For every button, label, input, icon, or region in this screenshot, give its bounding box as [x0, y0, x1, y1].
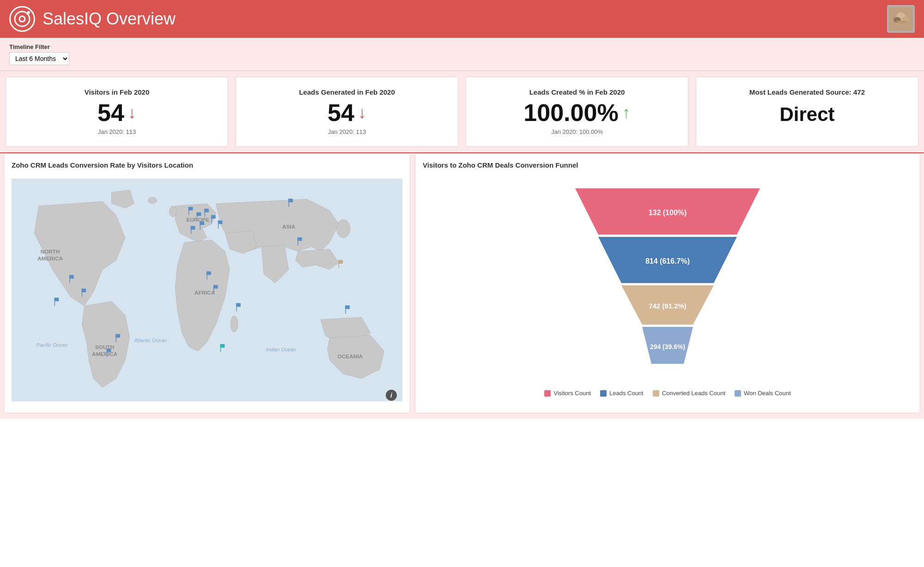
kpi-visitors-number: 54 [97, 101, 124, 125]
kpi-visitors-title: Visitors in Feb 2020 [15, 88, 219, 96]
north-america-label2: AMERICA [37, 255, 63, 262]
legend-visitors-dot [544, 390, 551, 397]
funnel-legend: Visitors Count Leads Count Converted Lea… [544, 390, 790, 397]
kpi-card-leads-pct: Leads Created % in Feb 2020 100.00% ↑ Ja… [466, 77, 688, 147]
kpi-card-source: Most Leads Generated Source: 472 Direct [696, 77, 918, 147]
funnel-container: 132 (100%) 814 (616.7%) 742 (91.2%) 294 … [423, 175, 912, 401]
map-info-icon[interactable]: i [386, 390, 397, 401]
pacific-ocean-label: Pacific Ocean [36, 342, 67, 348]
legend-won-dot [735, 390, 741, 397]
funnel-panel-title: Visitors to Zoho CRM Deals Conversion Fu… [423, 161, 912, 169]
legend-leads-dot [600, 390, 607, 397]
visitors-trend-down-icon: ↓ [128, 104, 136, 121]
leads-trend-down-icon: ↓ [358, 104, 366, 121]
legend-visitors-label: Visitors Count [553, 390, 591, 397]
funnel-label-4: 294 (39.6%) [650, 343, 685, 350]
africa-label: AFRICA [195, 290, 215, 296]
kpi-leads-pct-number: 100.00% [523, 101, 618, 125]
funnel-svg: 132 (100%) 814 (616.7%) 742 (91.2%) 294 … [557, 179, 778, 382]
header-left: SalesIQ Overview [9, 6, 176, 32]
kpi-card-visitors: Visitors in Feb 2020 54 ↓ Jan 2020: 113 [6, 77, 228, 147]
map-panel-title: Zoho CRM Leads Conversion Rate by Visito… [12, 161, 402, 169]
oceania-label: OCEANIA [338, 353, 363, 360]
app-title: SalesIQ Overview [43, 9, 176, 29]
kpi-leads-title: Leads Generated in Feb 2020 [245, 88, 449, 96]
legend-converted-dot [653, 390, 659, 397]
svg-point-3 [27, 11, 30, 14]
kpi-source-title: Most Leads Generated Source: 472 [705, 88, 909, 96]
kpi-row: Visitors in Feb 2020 54 ↓ Jan 2020: 113 … [0, 71, 924, 153]
kpi-leads-value: 54 ↓ [245, 101, 449, 125]
timeline-filter-select[interactable]: Last 6 Months Last 3 Months Last Month L… [9, 52, 69, 65]
filter-label: Timeline Filter [9, 43, 915, 50]
legend-won: Won Deals Count [735, 390, 791, 397]
funnel-label-1: 132 (100%) [649, 209, 687, 217]
legend-won-label: Won Deals Count [744, 390, 791, 397]
svg-point-10 [169, 206, 176, 217]
legend-converted: Converted Leads Count [653, 390, 725, 397]
indian-ocean-label: Indian Ocean [266, 347, 296, 352]
kpi-visitors-sub: Jan 2020: 113 [15, 128, 219, 135]
app-header: SalesIQ Overview [0, 0, 924, 38]
south-america-label2: AMERICA [92, 351, 118, 357]
asia-label: ASIA [282, 223, 296, 230]
svg-point-1 [19, 16, 25, 22]
kpi-leads-pct-title: Leads Created % in Feb 2020 [475, 88, 679, 96]
legend-converted-label: Converted Leads Count [662, 390, 725, 397]
legend-leads-label: Leads Count [609, 390, 644, 397]
funnel-label-3: 742 (91.2%) [649, 302, 687, 310]
map-panel: Zoho CRM Leads Conversion Rate by Visito… [4, 153, 410, 413]
kpi-source-value: Direct [705, 103, 909, 126]
europe-label: EUROPE [186, 217, 209, 223]
south-america-label: SOUTH [95, 344, 114, 350]
funnel-panel: Visitors to Zoho CRM Deals Conversion Fu… [415, 153, 920, 413]
kpi-card-leads: Leads Generated in Feb 2020 54 ↓ Jan 202… [236, 77, 458, 147]
funnel-label-2: 814 (616.7%) [645, 257, 690, 265]
user-avatar [887, 5, 915, 33]
legend-leads: Leads Count [600, 390, 644, 397]
kpi-leads-pct-sub: Jan 2020: 100.00% [475, 128, 679, 135]
svg-point-9 [336, 220, 350, 238]
kpi-visitors-value: 54 ↓ [15, 101, 219, 125]
leads-pct-trend-up-icon: ↑ [622, 104, 631, 121]
app-logo [9, 6, 35, 32]
kpi-leads-pct-value: 100.00% ↑ [475, 101, 679, 125]
svg-point-11 [148, 197, 157, 204]
kpi-leads-sub: Jan 2020: 113 [245, 128, 449, 135]
legend-visitors: Visitors Count [544, 390, 591, 397]
north-america-label: NORTH [41, 248, 60, 255]
world-map-svg: Pacific Ocean Atlantic Ocean Indian Ocea… [12, 175, 402, 405]
atlantic-ocean-label: Atlantic Ocean [134, 338, 167, 343]
svg-point-12 [231, 316, 238, 332]
filter-bar: Timeline Filter Last 6 Months Last 3 Mon… [0, 38, 924, 71]
bottom-row: Zoho CRM Leads Conversion Rate by Visito… [0, 153, 924, 419]
kpi-leads-number: 54 [328, 101, 354, 125]
map-container: Pacific Ocean Atlantic Ocean Indian Ocea… [12, 175, 402, 405]
